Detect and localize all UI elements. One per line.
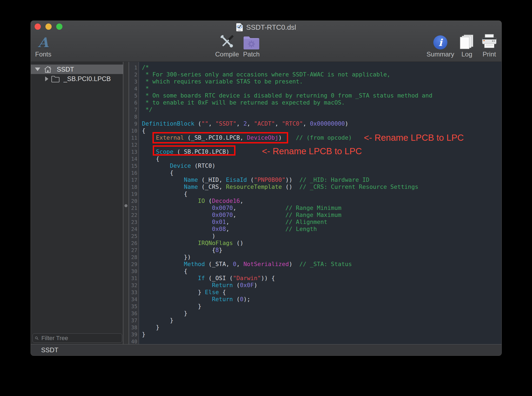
- code-editor[interactable]: /* * For 300-series only and occasions w…: [139, 62, 501, 344]
- disclosure-down-icon[interactable]: [35, 68, 40, 71]
- code-line: Device (RTC0): [142, 162, 432, 169]
- fonts-button[interactable]: A Fonts: [31, 34, 62, 58]
- code-line: [142, 113, 432, 120]
- code-line: /*: [142, 64, 432, 71]
- code-line: 0x0070, // Range Minimum: [142, 204, 432, 212]
- home-icon: [44, 66, 52, 73]
- code-line: }: [142, 310, 432, 317]
- code-line: * to enable it 0xF will be returned as e…: [142, 99, 432, 106]
- status-bar: SSDT: [31, 344, 501, 355]
- print-icon: [481, 34, 497, 49]
- code-line: */: [142, 106, 432, 113]
- code-line: [142, 338, 432, 344]
- code-line: {8}: [142, 247, 432, 254]
- code-line: 0x0070, // Range Maximum: [142, 212, 432, 219]
- code-line: Return (0x0F): [142, 282, 432, 289]
- document-icon: DSL: [236, 23, 243, 31]
- code-line: Return (0);: [142, 296, 432, 303]
- patch-button[interactable]: Patch: [232, 34, 270, 58]
- sidebar-item-label: _SB.PCI0.LPCB: [64, 75, 111, 83]
- fonts-label: Fonts: [35, 51, 51, 58]
- sidebar-tree: SSDT _SB.PCI0.LPCB: [31, 62, 123, 344]
- print-button[interactable]: Print: [470, 34, 501, 58]
- code-line: Method (_STA, 0, NotSerialized) // _STA:…: [142, 261, 432, 268]
- sidebar-item-label: SSDT: [57, 66, 74, 73]
- code-line: Name (_CRS, ResourceTemplate () // _CRS:…: [142, 183, 432, 190]
- code-line: Name (_HID, EisaId ("PNP0B00")) // _HID:…: [142, 176, 432, 183]
- sidebar-item-lpcb[interactable]: _SB.PCI0.LPCB: [31, 74, 123, 83]
- pane-splitter[interactable]: [123, 62, 129, 344]
- code-line: }: [142, 324, 432, 331]
- code-line: If (_OSI ("Darwin")) {: [142, 275, 432, 282]
- code-line: {: [142, 190, 432, 197]
- window-title-group: DSL SSDT-RTC0.dsl: [31, 22, 501, 32]
- folder-icon: [51, 75, 60, 82]
- print-label: Print: [483, 51, 496, 58]
- sidebar-item-ssdt[interactable]: SSDT: [31, 65, 123, 74]
- patch-icon: [243, 34, 260, 49]
- code-line: *: [142, 85, 432, 92]
- filter-tree-field[interactable]: [32, 333, 122, 343]
- highlight-box-external: [152, 132, 288, 143]
- code-line: IRQNoFlags (): [142, 240, 432, 247]
- info-icon: i: [433, 35, 447, 49]
- window-title: SSDT-RTC0.dsl: [246, 23, 296, 32]
- code-line: * On some boards RTC device is disabled …: [142, 92, 432, 99]
- code-line: DefinitionBlock ("", "SSDT", 2, "ACDT", …: [142, 120, 432, 127]
- disclosure-right-icon[interactable]: [45, 76, 48, 81]
- code-line: {: [142, 268, 432, 275]
- code-line: }: [142, 317, 432, 324]
- code-lines: /* * For 300-series only and occasions w…: [142, 64, 432, 344]
- highlight-box-scope: [153, 145, 235, 156]
- code-line: 0x08, // Length: [142, 226, 432, 233]
- code-line: * which requires variable STAS to be pre…: [142, 78, 432, 85]
- fonts-icon: A: [38, 36, 49, 49]
- code-line: }: [142, 303, 432, 310]
- code-line: }: [142, 331, 432, 338]
- annotation-rename-1: <- Rename LPCB to LPC: [364, 133, 464, 143]
- code-line: 0x01, // Alignment: [142, 219, 432, 226]
- search-icon: [35, 335, 39, 341]
- code-line: } Else {: [142, 289, 432, 296]
- status-text: SSDT: [41, 346, 58, 354]
- line-number-gutter: 1234567891011121314151617181920212223242…: [129, 62, 139, 344]
- splitter-handle-icon[interactable]: [125, 204, 128, 207]
- patch-label: Patch: [243, 51, 260, 58]
- code-line: ): [142, 233, 432, 240]
- annotation-rename-2: <- Rename LPCB to LPC: [262, 146, 362, 156]
- code-line: {: [142, 169, 432, 176]
- app-window: DSL SSDT-RTC0.dsl A Fonts: [31, 21, 501, 355]
- code-line: * For 300-series only and occasions wher…: [142, 71, 432, 78]
- code-line: IO (Decode16,: [142, 197, 432, 204]
- filter-tree-input[interactable]: [41, 334, 120, 342]
- code-line: }): [142, 254, 432, 261]
- titlebar-toolbar: DSL SSDT-RTC0.dsl A Fonts: [31, 21, 501, 62]
